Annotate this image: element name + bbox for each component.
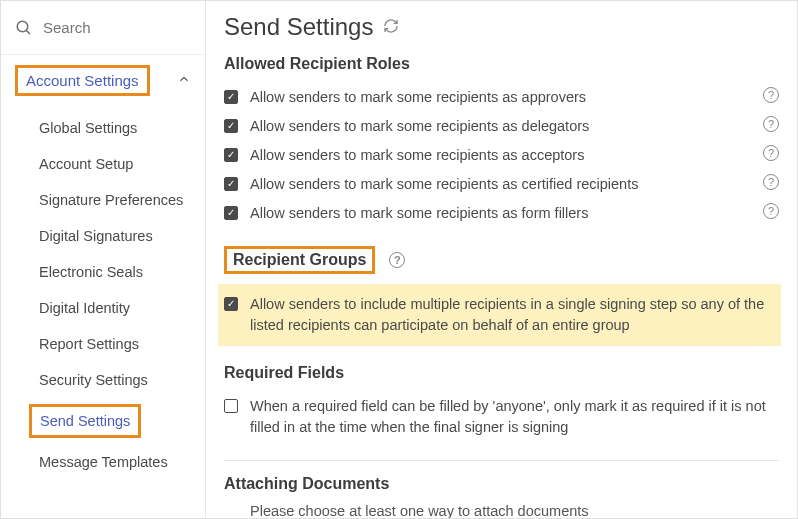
option-label: Allow senders to mark some recipients as… [250,145,745,166]
sidebar-item-signature-preferences[interactable]: Signature Preferences [1,182,205,218]
option-form-fillers: ✓ Allow senders to mark some recipients … [224,199,779,228]
sidebar-item-digital-signatures[interactable]: Digital Signatures [1,218,205,254]
main-panel: Send Settings Allowed Recipient Roles ✓ … [206,1,797,518]
help-icon[interactable]: ? [763,174,779,190]
highlight-box-recipient-groups: Recipient Groups [224,246,375,274]
app-container: Account Settings Global Settings Account… [0,0,798,519]
attaching-documents-description: Please choose at least one way to attach… [224,503,779,518]
allowed-roles-options: ✓ Allow senders to mark some recipients … [224,83,779,228]
checkbox-acceptors[interactable]: ✓ [224,148,238,162]
option-label: Allow senders to mark some recipients as… [250,116,745,137]
help-icon[interactable]: ? [763,116,779,132]
svg-line-1 [26,30,30,34]
option-label: Allow senders to mark some recipients as… [250,203,745,224]
sidebar: Account Settings Global Settings Account… [1,1,206,518]
sidebar-section-title: Account Settings [26,72,139,89]
help-icon[interactable]: ? [389,252,405,268]
help-icon[interactable]: ? [763,145,779,161]
option-label: Allow senders to include multiple recipi… [250,294,769,336]
option-required-fields: When a required field can be filled by '… [224,392,779,442]
section-heading-attaching-documents: Attaching Documents [224,475,779,493]
section-heading-recipient-groups-row: Recipient Groups ? [224,246,779,274]
checkbox-required-fields[interactable] [224,399,238,413]
help-icon[interactable]: ? [763,203,779,219]
sidebar-nav-list: Global Settings Account Setup Signature … [1,106,205,480]
sidebar-item-digital-identity[interactable]: Digital Identity [1,290,205,326]
svg-point-0 [17,21,28,32]
checkbox-delegators[interactable]: ✓ [224,119,238,133]
sidebar-item-security-settings[interactable]: Security Settings [1,362,205,398]
sidebar-item-send-settings-wrapper: Send Settings [1,398,205,444]
option-approvers: ✓ Allow senders to mark some recipients … [224,83,779,112]
option-certified-recipients: ✓ Allow senders to mark some recipients … [224,170,779,199]
search-icon [15,19,33,37]
option-recipient-groups: ✓ Allow senders to include multiple reci… [224,294,769,336]
checkbox-form-fillers[interactable]: ✓ [224,206,238,220]
highlight-box-account-settings: Account Settings [15,65,150,96]
option-label: Allow senders to mark some recipients as… [250,87,745,108]
section-divider [224,460,779,461]
checkbox-certified-recipients[interactable]: ✓ [224,177,238,191]
search-input[interactable] [43,19,233,36]
chevron-up-icon [177,72,191,89]
help-icon[interactable]: ? [763,87,779,103]
recipient-groups-highlight: ✓ Allow senders to include multiple reci… [218,284,781,346]
checkbox-recipient-groups[interactable]: ✓ [224,297,238,311]
option-acceptors: ✓ Allow senders to mark some recipients … [224,141,779,170]
sidebar-item-message-templates[interactable]: Message Templates [1,444,205,480]
option-label: Allow senders to mark some recipients as… [250,174,745,195]
page-title: Send Settings [224,13,373,41]
refresh-icon[interactable] [383,18,399,37]
page-title-row: Send Settings [224,13,779,41]
section-heading-allowed-roles: Allowed Recipient Roles [224,55,779,73]
sidebar-item-electronic-seals[interactable]: Electronic Seals [1,254,205,290]
sidebar-item-global-settings[interactable]: Global Settings [1,110,205,146]
option-label: When a required field can be filled by '… [250,396,779,438]
sidebar-item-send-settings[interactable]: Send Settings [29,404,141,438]
section-heading-recipient-groups: Recipient Groups [233,251,366,268]
option-delegators: ✓ Allow senders to mark some recipients … [224,112,779,141]
sidebar-item-report-settings[interactable]: Report Settings [1,326,205,362]
required-fields-options: When a required field can be filled by '… [224,392,779,442]
checkbox-approvers[interactable]: ✓ [224,90,238,104]
section-heading-required-fields: Required Fields [224,364,779,382]
search-row [1,1,205,55]
sidebar-section-header[interactable]: Account Settings [1,55,205,106]
sidebar-item-account-setup[interactable]: Account Setup [1,146,205,182]
